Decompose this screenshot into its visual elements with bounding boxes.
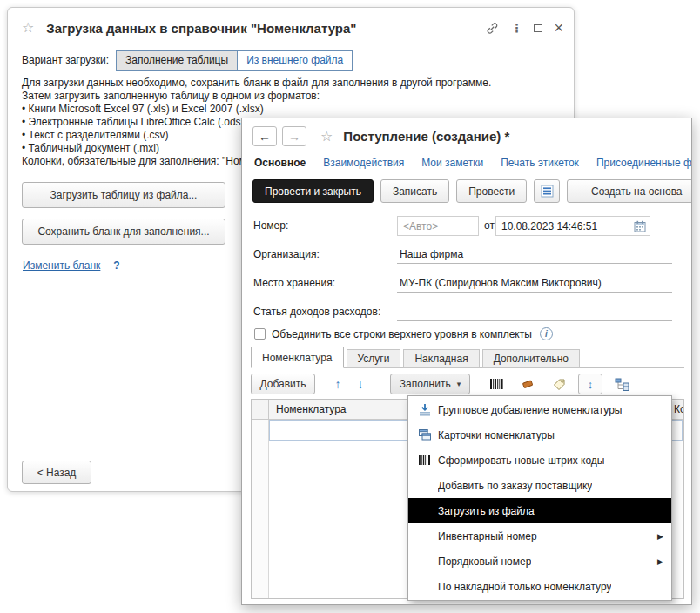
row-number-column-header (252, 400, 269, 419)
cards-icon (414, 428, 436, 441)
tab-invoice[interactable]: Накладная (403, 349, 479, 368)
menu-item-generate-barcodes[interactable]: Сформировать новые штрих коды (408, 448, 671, 473)
titlebar: ☆ Загрузка данных в справочник "Номенкла… (22, 17, 563, 38)
menu-item-inventory-number[interactable]: Инвентарный номер ▶ (408, 523, 671, 549)
variant-label: Вариант загрузки: (22, 54, 109, 66)
favorite-star-icon[interactable]: ☆ (22, 21, 34, 35)
post-and-close-button[interactable]: Провести и закрыть (252, 179, 374, 203)
tab-main[interactable]: Основное (254, 157, 306, 172)
storage-input[interactable]: МУ-ПК (Спиридонов Максим Викторович) (397, 273, 672, 293)
barcode-scanner-button[interactable] (484, 374, 508, 394)
expand-vertical-icon: ↕ (588, 378, 594, 391)
history-back-button[interactable]: ← (252, 126, 277, 146)
tab-nomenclature[interactable]: Номенклатура (251, 347, 344, 368)
eraser-icon (521, 378, 535, 390)
tab-my-notes[interactable]: Мои заметки (421, 157, 483, 172)
menu-item-only-nomenclature-by-invoice[interactable]: По накладной только номенклатуру (408, 574, 671, 599)
barcode-scan-icon (489, 378, 504, 390)
tab-attached-files[interactable]: Присоединенные фа (596, 157, 691, 172)
submenu-arrow-icon: ▶ (657, 532, 663, 541)
expense-item-label: Статья доходов расходов: (253, 306, 380, 318)
organization-row: Организация: Наша фирма (253, 245, 683, 266)
expense-item-input[interactable] (397, 302, 672, 321)
history-forward-button[interactable]: → (282, 126, 306, 146)
storage-label: Место хранения: (253, 277, 335, 289)
row-number-column (252, 420, 269, 598)
copy-link-icon[interactable] (486, 22, 499, 35)
save-blank-button[interactable]: Сохранить бланк для заполнения... (22, 219, 225, 245)
more-menu-icon[interactable]: ⋮ (510, 21, 522, 35)
forward-arrow-icon: → (288, 130, 300, 144)
favorite-star-icon[interactable]: ☆ (320, 130, 333, 144)
table-tabs: Номенклатура Услуги Накладная Дополнител… (251, 347, 684, 368)
fill-dropdown-button[interactable]: Заполнить ▾ (390, 374, 470, 394)
write-button[interactable]: Записать (380, 179, 449, 203)
combine-checkbox[interactable] (254, 328, 266, 340)
command-bar: Провести и закрыть Записать Провести Соз… (252, 179, 692, 203)
instruction-line: Затем загрузить заполненную таблицу в од… (22, 90, 570, 103)
back-arrow-icon: ← (259, 130, 271, 144)
hierarchy-view-button[interactable] (609, 374, 634, 394)
window-title: Поступление (создание) * (343, 129, 509, 144)
add-row-button[interactable]: Добавить (251, 374, 315, 394)
fill-button-label: Заполнить (400, 378, 451, 390)
number-row: Номер: <Авто> от: 10.08.2023 14:46:51 (253, 216, 683, 237)
combine-row: Объединить все строки верхнего уровня в … (254, 327, 553, 340)
section-nav: Основное Взаимодействия Мои заметки Печа… (254, 157, 691, 172)
window-receipt-document: ← → ☆ Поступление (создание) * Основное … (241, 118, 692, 605)
maximize-icon[interactable] (534, 24, 542, 32)
price-tag-button[interactable] (547, 374, 571, 394)
number-input[interactable]: <Авто> (397, 216, 479, 236)
tab-services[interactable]: Услуги (347, 349, 401, 368)
create-based-on-button[interactable]: Создать на основа (567, 179, 692, 203)
move-up-button[interactable]: ↑ (327, 374, 348, 394)
load-table-from-file-button[interactable]: Загрузить таблицу из файла... (22, 182, 225, 208)
back-button[interactable]: < Назад (22, 461, 91, 484)
window-title: Загрузка данных в справочник "Номенклату… (46, 21, 356, 36)
variant-segmented-control: Заполнение таблицы Из внешнего файла (116, 50, 353, 71)
tab-additional[interactable]: Дополнительно (482, 349, 580, 368)
expand-rows-button[interactable]: ↕ (578, 374, 602, 394)
document-journal-button[interactable] (534, 179, 560, 203)
menu-item-cards[interactable]: Карточки номенклатуры (408, 422, 671, 448)
arrow-down-icon: ↓ (358, 377, 364, 391)
tab-interactions[interactable]: Взаимодействия (323, 157, 404, 172)
arrow-up-icon: ↑ (335, 377, 341, 391)
calendar-icon (634, 220, 646, 232)
variant-external-file-button[interactable]: Из внешнего файла (238, 51, 352, 70)
titlebar: ← → ☆ Поступление (создание) * (252, 125, 684, 147)
date-input[interactable]: 10.08.2023 14:46:51 (495, 216, 629, 236)
menu-item-load-from-file[interactable]: Загрузить из файла (408, 498, 671, 523)
hierarchy-icon (615, 378, 629, 391)
number-label: Номер: (253, 219, 288, 232)
grid-toolbar: Добавить ↑ ↓ Заполнить ▾ ↕ (251, 373, 684, 395)
close-icon[interactable]: × (554, 20, 563, 36)
dropdown-caret-icon: ▾ (457, 380, 461, 388)
price-tag-icon (553, 378, 566, 390)
combine-checkbox-label[interactable]: Объединить все строки верхнего уровня в … (272, 328, 532, 340)
load-variant-switch: Вариант загрузки: Заполнение таблицы Из … (22, 50, 353, 71)
menu-item-group-add[interactable]: Групповое добавление номенклатуры (408, 397, 671, 422)
post-button[interactable]: Провести (456, 179, 527, 203)
instruction-line: • Книги Microsoft Excel 97 (.xls) и Exce… (22, 103, 570, 116)
organization-label: Организация: (253, 248, 320, 260)
expense-item-row: Статья доходов расходов: (253, 302, 683, 323)
calendar-button[interactable] (629, 216, 650, 236)
variant-fill-table-button[interactable]: Заполнение таблицы (117, 51, 238, 70)
fill-dropdown-menu: Групповое добавление номенклатуры Карточ… (407, 395, 672, 601)
storage-row: Место хранения: МУ-ПК (Спиридонов Максим… (253, 273, 683, 294)
window-controls: ⋮ × (486, 20, 563, 36)
tab-print-labels[interactable]: Печать этикеток (501, 157, 579, 172)
instruction-line: Для загрузки данных необходимо, сохранит… (22, 77, 570, 90)
menu-item-sequence-number[interactable]: Порядковый номер ▶ (408, 549, 671, 574)
blank-links-row: Изменить бланк ? (23, 259, 120, 272)
organization-input[interactable]: Наша фирма (397, 245, 672, 264)
info-icon[interactable]: i (540, 327, 553, 340)
submenu-arrow-icon: ▶ (657, 557, 663, 566)
change-blank-link[interactable]: Изменить бланк (23, 259, 100, 272)
eraser-button[interactable] (515, 374, 540, 394)
menu-item-add-by-supplier-order[interactable]: Добавить по заказу поставщику (408, 473, 671, 498)
help-link[interactable]: ? (113, 259, 119, 272)
move-down-button[interactable]: ↓ (350, 374, 371, 394)
barcode-icon (414, 455, 436, 466)
